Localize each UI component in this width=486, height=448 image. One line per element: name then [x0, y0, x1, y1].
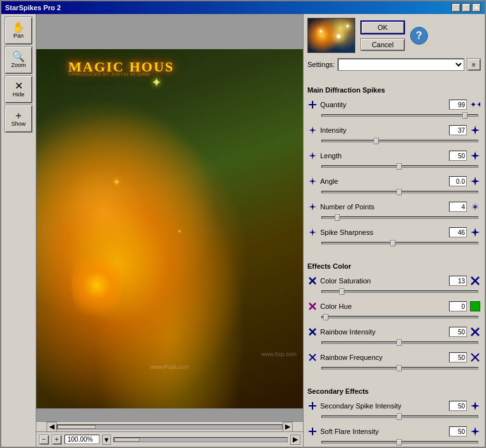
slider-thumb-color-sat[interactable]	[339, 288, 344, 295]
produced-text: ©PRODUCED BY JUSTIN IN JUNE	[68, 71, 150, 77]
slider-num-points[interactable]	[307, 216, 481, 219]
cancel-button[interactable]: Cancel	[360, 38, 405, 51]
slider-intensity[interactable]	[307, 140, 481, 142]
star4-icon-left	[308, 126, 317, 135]
slider-thumb-quantity[interactable]	[462, 112, 468, 119]
rainbow-freq-icon-right	[469, 352, 481, 363]
color-hue-value: 0	[449, 301, 467, 311]
slider-angle[interactable]	[307, 191, 481, 193]
slider-thumb-soft-flare[interactable]	[397, 439, 402, 445]
canvas-image[interactable]: MAGIC HOUS ©PRODUCED BY JUSTIN IN JUNE ✦…	[36, 49, 303, 408]
pan-icon: ✋	[12, 22, 25, 33]
soft-flare-value: 50	[449, 426, 467, 437]
window-title: StarSpikes Pro 2	[5, 4, 61, 11]
rainbow-intensity-value: 50	[449, 327, 467, 337]
slider-spike-sharpness[interactable]	[307, 242, 481, 244]
slider-quantity[interactable]	[307, 114, 481, 117]
slider-secondary-spike[interactable]	[307, 415, 481, 418]
slider-rainbow-frequency[interactable]	[307, 367, 481, 370]
minimize-button[interactable]: _	[452, 3, 460, 12]
slider-soft-flare[interactable]	[307, 441, 481, 444]
help-button[interactable]: ?	[410, 27, 428, 45]
zoom-dropdown-button[interactable]: ▼	[102, 435, 111, 445]
param-length: Length 50	[307, 150, 481, 172]
param-row-rainbow-frequency: Rainbow Frequency 50	[307, 352, 481, 363]
slider-thumb-num-points[interactable]	[335, 214, 340, 221]
slider-track-length[interactable]	[321, 165, 478, 168]
scroll-track-horizontal[interactable]	[57, 424, 283, 429]
maximize-button[interactable]: □	[462, 3, 471, 12]
slider-color-hue[interactable]	[307, 316, 481, 318]
color-hue-icon-right	[469, 301, 481, 312]
green-square-button[interactable]	[470, 301, 480, 311]
param-spike-sharpness: Spike Sharpness 46	[307, 227, 481, 248]
slider-thumb-sec-spike[interactable]	[397, 414, 402, 420]
param-quantity: Quantity 99 ✦✦	[307, 99, 481, 121]
sec-spike-icon-left	[307, 401, 318, 411]
zoom-in-button[interactable]: +	[52, 435, 62, 445]
slider-track-color-sat[interactable]	[321, 290, 478, 293]
canvas-bottom-gray	[36, 408, 303, 421]
slider-thumb-color-hue[interactable]	[323, 314, 328, 320]
slider-track-quantity[interactable]	[321, 114, 478, 117]
preview-thumbnail	[307, 18, 355, 53]
slider-track-rainbow-int[interactable]	[321, 341, 478, 344]
slider-track-angle[interactable]	[321, 191, 478, 193]
scroll-track-bottom[interactable]	[114, 437, 288, 442]
intensity-value: 37	[449, 125, 467, 135]
slider-track-spike-sharpness[interactable]	[321, 242, 478, 244]
pan-tool[interactable]: ✋ Pan	[4, 17, 33, 45]
param-row-angle: Angle 0.0	[307, 175, 481, 187]
zoom-out-button[interactable]: −	[39, 435, 49, 445]
burst-star-icon	[470, 202, 480, 212]
x-icon-blue-right-3	[470, 352, 480, 362]
scroll-end-button[interactable]: ▶	[290, 435, 300, 445]
color-sat-icon-right	[469, 275, 481, 287]
pan-label: Pan	[13, 33, 24, 39]
color-sat-icon-left	[307, 276, 318, 286]
slider-length[interactable]	[307, 165, 481, 168]
num-points-star-icon	[308, 202, 317, 211]
star4-sec-spike-icon	[470, 401, 480, 411]
slider-thumb-spike-sharpness[interactable]	[390, 240, 395, 246]
ok-button[interactable]: OK	[360, 20, 405, 34]
slider-track-color-hue[interactable]	[321, 316, 478, 318]
horizontal-scrollbar[interactable]: ◀ ▶	[36, 421, 303, 431]
slider-rainbow-intensity[interactable]	[307, 341, 481, 344]
plus-icon-soft-flare	[308, 427, 317, 436]
main-diffraction-header: Main Diffraction Spikes	[307, 86, 481, 95]
slider-track-rainbow-freq[interactable]	[321, 367, 478, 370]
param-angle: Angle 0.0	[307, 175, 481, 197]
slider-track-num-points[interactable]	[321, 216, 478, 219]
scroll-thumb-horizontal[interactable]	[57, 425, 96, 429]
svg-text:✦✦: ✦✦	[470, 100, 480, 109]
show-tool[interactable]: ＋ Show	[4, 105, 33, 133]
scroll-thumb-bottom[interactable]	[114, 438, 140, 442]
scroll-right-button[interactable]: ▶	[283, 422, 293, 432]
slider-track-sec-spike[interactable]	[321, 415, 478, 418]
param-row-soft-flare: Soft Flare Intensity 50	[307, 426, 481, 437]
slider-thumb-rainbow-int[interactable]	[397, 340, 402, 346]
param-row-rainbow-intensity: Rainbow Intensity 50	[307, 326, 481, 338]
zoom-tool[interactable]: 🔍 Zoom	[4, 46, 33, 74]
param-row-color-saturation: Color Saturation 13	[307, 275, 481, 287]
slider-thumb-intensity[interactable]	[374, 138, 379, 144]
x-icon-blue-right-1	[470, 276, 480, 286]
slider-thumb-rainbow-freq[interactable]	[397, 365, 402, 371]
slider-thumb-angle[interactable]	[397, 189, 402, 195]
hide-tool[interactable]: ✕ Hide	[4, 75, 33, 103]
close-button[interactable]: ✕	[472, 3, 481, 12]
settings-menu-button[interactable]: ≡	[467, 58, 481, 71]
x-icon-blue-1	[308, 276, 317, 285]
slider-track-intensity[interactable]	[321, 140, 478, 142]
quantity-value: 99	[449, 100, 467, 110]
slider-color-saturation[interactable]	[307, 290, 481, 293]
rainbow-intensity-label: Rainbow Intensity	[320, 328, 446, 336]
scroll-left-button[interactable]: ◀	[47, 422, 57, 432]
slider-thumb-length[interactable]	[397, 163, 402, 170]
title-bar-buttons: _ □ ✕	[452, 3, 481, 12]
show-icon: ＋	[13, 110, 24, 121]
rainbow-int-icon-left	[307, 327, 318, 337]
slider-track-soft-flare[interactable]	[321, 441, 478, 444]
settings-dropdown[interactable]	[337, 58, 464, 71]
